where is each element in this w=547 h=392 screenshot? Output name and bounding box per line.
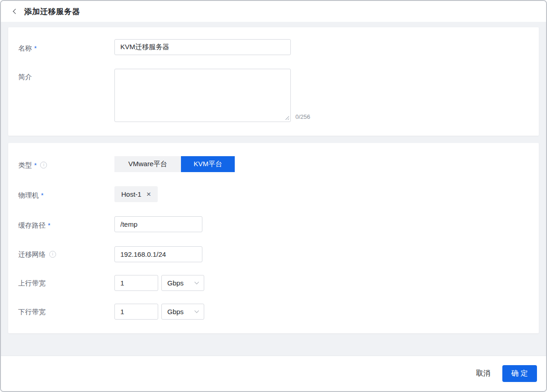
name-label-text: 名称 [18, 40, 32, 56]
type-label: 类型 * i [18, 156, 114, 173]
cache-path-input[interactable] [114, 216, 202, 232]
upstream-unit-value: Gbps [167, 279, 184, 287]
upstream-bandwidth-label-text: 上行带宽 [18, 275, 46, 291]
migration-network-input[interactable] [114, 246, 202, 262]
form-content: 名称 * 简介 0/256 类型 * [1, 22, 546, 356]
kvm-platform-tab[interactable]: KVM平台 [181, 156, 235, 172]
confirm-button[interactable]: 确 定 [502, 365, 537, 382]
upstream-bandwidth-label: 上行带宽 [18, 275, 114, 291]
downstream-unit-value: Gbps [167, 308, 184, 316]
downstream-bandwidth-input[interactable] [114, 304, 158, 320]
downstream-unit-select[interactable]: Gbps [161, 304, 204, 320]
upstream-bandwidth-input[interactable] [114, 275, 158, 291]
description-label-text: 简介 [18, 69, 32, 85]
description-textarea-wrap: 0/256 [114, 69, 310, 122]
config-card: 类型 * i VMware平台 KVM平台 物理机 * Host-1 × [8, 143, 539, 333]
description-textarea[interactable] [114, 69, 291, 122]
migration-network-label-text: 迁移网络 [18, 246, 46, 262]
required-asterisk: * [34, 41, 36, 56]
chevron-left-icon [13, 9, 18, 14]
migration-network-row: 迁移网络 i [18, 246, 529, 262]
chevron-down-icon [195, 309, 199, 313]
cache-path-row: 缓存路径 * [18, 216, 529, 234]
info-icon: i [40, 162, 47, 168]
chevron-down-icon [195, 280, 199, 285]
remove-host-icon[interactable]: × [146, 190, 151, 198]
name-row: 名称 * [18, 39, 529, 56]
downstream-bandwidth-label: 下行带宽 [18, 304, 114, 320]
basic-info-card: 名称 * 简介 0/256 [8, 27, 539, 136]
required-asterisk: * [34, 158, 36, 173]
cancel-button[interactable]: 取消 [476, 369, 490, 378]
vmware-platform-tab[interactable]: VMware平台 [114, 156, 181, 172]
type-label-text: 类型 [18, 157, 32, 173]
migration-network-label: 迁移网络 i [18, 246, 114, 262]
upstream-bandwidth-row: 上行带宽 Gbps [18, 275, 529, 291]
cache-path-label-text: 缓存路径 [18, 217, 46, 233]
description-row: 简介 0/256 [18, 69, 529, 122]
type-row: 类型 * i VMware平台 KVM平台 [18, 156, 529, 173]
char-counter: 0/256 [295, 113, 310, 120]
downstream-bandwidth-label-text: 下行带宽 [18, 304, 46, 320]
cache-path-label: 缓存路径 * [18, 216, 114, 234]
add-migration-server-page: 添加迁移服务器 名称 * 简介 0/256 [0, 0, 547, 392]
host-row: 物理机 * Host-1 × [18, 186, 529, 204]
page-title: 添加迁移服务器 [24, 6, 80, 17]
upstream-unit-select[interactable]: Gbps [161, 275, 204, 291]
description-label: 简介 [18, 69, 114, 85]
page-footer: 取消 确 定 [1, 356, 546, 391]
page-header: 添加迁移服务器 [1, 1, 546, 22]
downstream-bandwidth-row: 下行带宽 Gbps [18, 304, 529, 320]
name-label: 名称 * [18, 39, 114, 56]
required-asterisk: * [48, 218, 50, 234]
info-icon: i [49, 251, 56, 258]
host-label-text: 物理机 [18, 187, 39, 203]
name-input[interactable] [114, 39, 291, 55]
host-tag-text: Host-1 [121, 190, 141, 198]
host-label: 物理机 * [18, 186, 114, 204]
required-asterisk: * [41, 188, 43, 204]
back-button[interactable] [11, 8, 18, 15]
platform-toggle-group: VMware平台 KVM平台 [114, 156, 235, 172]
host-tag[interactable]: Host-1 × [114, 186, 158, 202]
